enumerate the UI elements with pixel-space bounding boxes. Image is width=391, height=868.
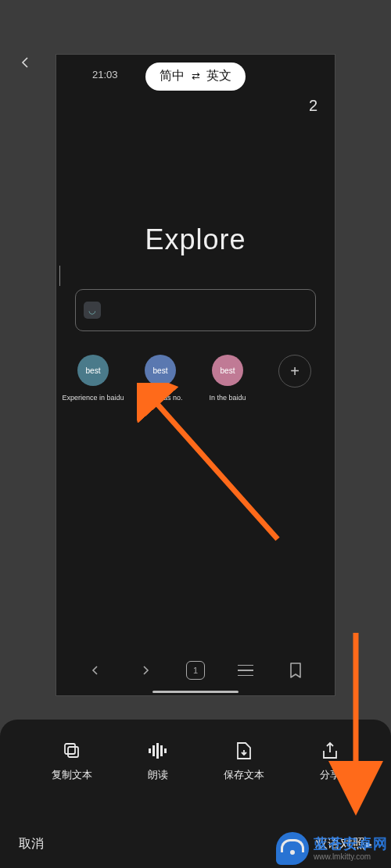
browser-nav: 1 bbox=[56, 659, 335, 681]
audio-icon bbox=[148, 740, 168, 762]
watermark-brand: 蓝苍安卓网 bbox=[314, 836, 388, 852]
share-button[interactable]: 分享 bbox=[320, 740, 340, 782]
plus-icon: + bbox=[278, 355, 311, 388]
phone-frame: 21:03 简中 ⇄ 英文 2 Explore ◡ best Experienc… bbox=[56, 55, 335, 695]
watermark: 蓝苍安卓网 www.lmkitty.com bbox=[276, 832, 388, 865]
copy-text-button[interactable]: 复制文本 bbox=[52, 740, 92, 782]
nav-forward[interactable] bbox=[135, 659, 156, 681]
tile-label: There was no. bbox=[138, 394, 182, 402]
translate-pill[interactable]: 简中 ⇄ 英文 bbox=[145, 63, 246, 91]
lang-from: 简中 bbox=[160, 68, 185, 84]
speed-dial-add[interactable]: + bbox=[269, 355, 321, 402]
nav-tabs[interactable]: 1 bbox=[185, 659, 206, 681]
page-count: 2 bbox=[309, 97, 317, 115]
speed-dial-item[interactable]: best There was no. bbox=[135, 355, 186, 402]
home-indicator bbox=[152, 691, 239, 693]
svg-rect-4 bbox=[156, 743, 159, 759]
speed-dial-item[interactable]: best In the baidu bbox=[202, 355, 253, 402]
tile-icon: best bbox=[77, 355, 109, 386]
svg-rect-2 bbox=[149, 748, 151, 753]
back-button[interactable] bbox=[19, 56, 31, 69]
page-title: Explore bbox=[56, 223, 335, 256]
svg-rect-5 bbox=[160, 745, 163, 756]
svg-rect-6 bbox=[164, 748, 167, 753]
tile-label: Experience in baidu bbox=[62, 394, 124, 402]
save-text-button[interactable]: 保存文本 bbox=[224, 740, 264, 782]
cancel-button[interactable]: 取消 bbox=[19, 836, 44, 852]
tile-label: In the baidu bbox=[209, 394, 246, 402]
nav-menu[interactable] bbox=[235, 659, 256, 681]
svg-rect-1 bbox=[65, 744, 75, 754]
clock: 21:03 bbox=[92, 69, 118, 80]
nav-bookmark[interactable] bbox=[285, 659, 307, 681]
svg-rect-3 bbox=[152, 745, 155, 756]
search-engine-icon: ◡ bbox=[84, 302, 101, 319]
speed-dial-row: best Experience in baidu best There was … bbox=[67, 355, 321, 402]
watermark-url: www.lmkitty.com bbox=[314, 852, 388, 862]
file-icon bbox=[236, 740, 252, 762]
text-cursor bbox=[59, 266, 60, 286]
lang-to: 英文 bbox=[206, 68, 231, 84]
tile-icon: best bbox=[212, 355, 243, 386]
search-bar[interactable]: ◡ bbox=[75, 289, 316, 331]
tile-icon: best bbox=[145, 355, 176, 386]
nav-back[interactable] bbox=[84, 659, 106, 681]
swap-icon: ⇄ bbox=[192, 70, 199, 82]
watermark-logo-icon bbox=[276, 832, 309, 865]
speed-dial-item[interactable]: best Experience in baidu bbox=[67, 355, 119, 402]
copy-icon bbox=[63, 740, 81, 762]
svg-rect-0 bbox=[68, 747, 78, 757]
share-icon bbox=[321, 740, 339, 762]
read-aloud-button[interactable]: 朗读 bbox=[148, 740, 168, 782]
